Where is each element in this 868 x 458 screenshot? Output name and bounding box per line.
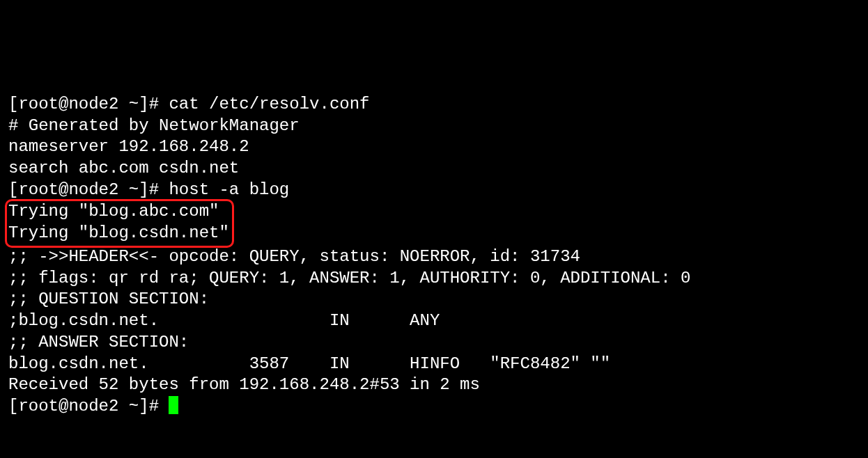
output-line: Trying "blog.csdn.net" (8, 223, 229, 244)
output-line: blog.csdn.net. 3587 IN HINFO "RFC8482" "… (8, 354, 860, 375)
shell-command: cat /etc/resolv.conf (169, 95, 369, 113)
output-line: ;blog.csdn.net. IN ANY (8, 310, 860, 332)
terminal-output[interactable]: [root@node2 ~]# cat /etc/resolv.conf# Ge… (8, 94, 860, 418)
output-line: Received 52 bytes from 192.168.248.2#53 … (8, 374, 860, 396)
highlight-annotation: Trying "blog.abc.com"Trying "blog.csdn.n… (5, 199, 234, 247)
output-line: ;; ANSWER SECTION: (8, 332, 860, 354)
output-line: # Generated by NetworkManager (8, 116, 860, 137)
shell-line: [root@node2 ~]# cat /etc/resolv.conf (8, 94, 860, 116)
cursor-icon (169, 396, 178, 414)
output-line: ;; flags: qr rd ra; QUERY: 1, ANSWER: 1,… (8, 268, 860, 290)
output-line: Trying "blog.abc.com" (8, 201, 229, 223)
output-line: ;; ->>HEADER<<- opcode: QUERY, status: N… (8, 246, 860, 268)
shell-prompt: [root@node2 ~]# (8, 180, 169, 199)
shell-line: [root@node2 ~]# (8, 396, 860, 418)
shell-line: [root@node2 ~]# host -a blog (8, 180, 860, 201)
output-line: nameserver 192.168.248.2 (8, 136, 860, 158)
output-line: search abc.com csdn.net (8, 158, 860, 180)
shell-prompt: [root@node2 ~]# (8, 397, 169, 416)
output-line: ;; QUESTION SECTION: (8, 289, 860, 310)
shell-prompt: [root@node2 ~]# (8, 95, 169, 113)
shell-command: host -a blog (169, 180, 289, 199)
